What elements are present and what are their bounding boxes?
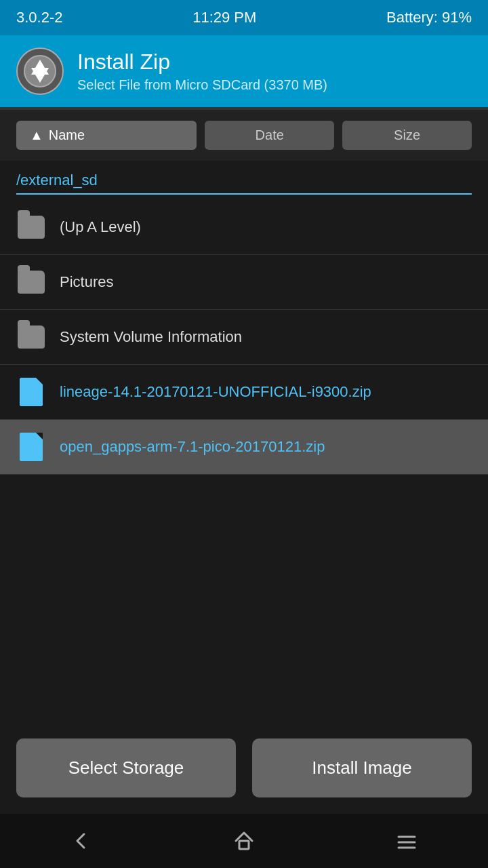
file-name: open_gapps-arm-7.1-pico-20170121.zip (60, 438, 325, 456)
install-image-button[interactable]: Install Image (252, 738, 472, 797)
file-name: lineage-14.1-20170121-UNOFFICIAL-i9300.z… (60, 383, 371, 401)
status-bar: 3.0.2-2 11:29 PM Battery: 91% (0, 0, 488, 35)
file-name: Pictures (60, 273, 113, 291)
zip-file-icon (16, 432, 46, 462)
folder-icon (16, 267, 46, 297)
sort-size-label: Size (394, 127, 420, 143)
file-list: (Up A Level) Pictures System Volume Info… (0, 200, 488, 722)
bottom-buttons: Select Storage Install Image (0, 722, 488, 814)
sort-date-button[interactable]: Date (205, 121, 334, 150)
sort-date-label: Date (256, 127, 284, 143)
battery-text: Battery: 91% (386, 9, 472, 26)
menu-icon (396, 830, 418, 852)
current-path: /external_sd (16, 172, 472, 189)
home-button[interactable] (217, 821, 271, 861)
sort-size-button[interactable]: Size (342, 121, 472, 150)
header-subtitle: Select File from Micro SDCard (3370 MB) (77, 77, 327, 93)
home-icon (233, 830, 255, 852)
list-item[interactable]: System Volume Information (0, 310, 488, 365)
path-divider (16, 193, 472, 195)
back-icon (70, 830, 92, 852)
list-item[interactable]: (Up A Level) (0, 200, 488, 255)
menu-button[interactable] (380, 821, 434, 861)
zip-file-icon (16, 377, 46, 407)
folder-icon (16, 212, 46, 242)
sort-name-arrow: ▲ (30, 127, 43, 143)
sort-name-button[interactable]: ▲ Name (16, 121, 197, 150)
file-name: System Volume Information (60, 328, 242, 346)
time-text: 11:29 PM (192, 9, 256, 26)
select-storage-button[interactable]: Select Storage (16, 738, 236, 797)
list-item[interactable]: Pictures (0, 255, 488, 310)
back-button[interactable] (54, 821, 108, 861)
folder-icon (16, 322, 46, 352)
path-bar: /external_sd (0, 161, 488, 200)
header: Install Zip Select File from Micro SDCar… (0, 35, 488, 107)
list-item[interactable]: open_gapps-arm-7.1-pico-20170121.zip (0, 420, 488, 475)
app-icon (16, 47, 64, 95)
header-title: Install Zip (77, 50, 327, 75)
nav-bar (0, 814, 488, 868)
sort-name-label: Name (49, 127, 85, 143)
version-text: 3.0.2-2 (16, 9, 63, 26)
list-item[interactable]: lineage-14.1-20170121-UNOFFICIAL-i9300.z… (0, 365, 488, 420)
header-text: Install Zip Select File from Micro SDCar… (77, 50, 327, 93)
svg-rect-3 (239, 841, 249, 849)
sort-bar: ▲ Name Date Size (0, 110, 488, 161)
file-name: (Up A Level) (60, 218, 141, 236)
